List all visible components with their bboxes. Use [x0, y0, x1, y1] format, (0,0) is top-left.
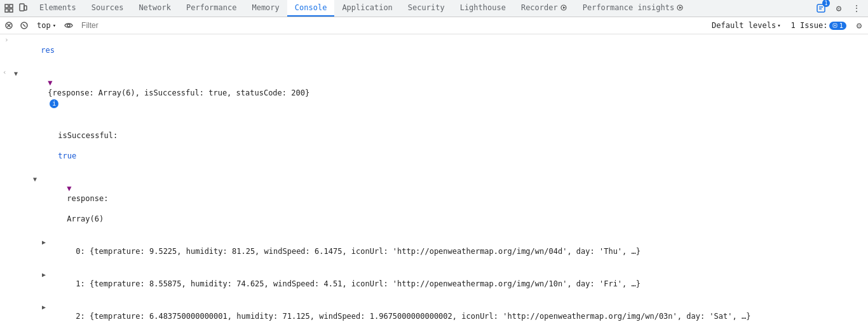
console-response: ▼ response: Array(6) — [39, 173, 865, 234]
chevron-down-icon: ▾ — [777, 22, 780, 29]
tab-elements[interactable]: Elements — [32, 0, 84, 17]
clear-console-icon[interactable] — [3, 19, 15, 32]
console-object-summary: ▼ {response: Array(6), isSuccessful: tru… — [20, 67, 865, 118]
tab-performance-insights[interactable]: Performance insights — [575, 0, 692, 17]
notification-icon[interactable]: 1 — [813, 1, 829, 16]
console-line-issuccessful: isSuccessful: true — [0, 120, 868, 172]
filter-input[interactable] — [78, 20, 705, 31]
settings-icon[interactable]: ⚙ — [831, 1, 846, 16]
notification-count-badge: 1 — [822, 0, 830, 7]
left-arrow: ‹ — [3, 67, 11, 78]
default-levels-selector[interactable]: Default levels ▾ — [708, 20, 785, 31]
svg-rect-2 — [5, 9, 8, 12]
tab-performance[interactable]: Performance — [179, 0, 244, 17]
tab-lighthouse[interactable]: Lighthouse — [452, 0, 513, 17]
console-toolbar: top ▾ Default levels ▾ 1 Issue: 1 ⚙ — [0, 17, 868, 34]
tab-application[interactable]: Application — [334, 0, 400, 17]
inspect-element-icon[interactable] — [3, 2, 15, 15]
console-line-content: res — [13, 35, 865, 66]
tab-sources[interactable]: Sources — [84, 0, 132, 17]
item0-expand-arrow[interactable] — [39, 237, 48, 248]
issues-button[interactable]: 1 Issue: 1 — [787, 20, 850, 31]
svg-point-18 — [67, 24, 70, 27]
console-settings-icon[interactable]: ⚙ — [853, 19, 865, 32]
item1-expand-arrow[interactable] — [39, 270, 48, 280]
device-toolbar-icon[interactable] — [17, 2, 29, 15]
console-issuccessful: isSuccessful: true — [31, 120, 865, 171]
response-expand-arrow[interactable] — [31, 174, 39, 185]
tabs-list: Elements Sources Network Performance Mem… — [32, 0, 810, 17]
console-item0: 0: {temprature: 9.5225, humidity: 81.25,… — [48, 236, 865, 267]
tab-console[interactable]: Console — [287, 0, 335, 17]
svg-rect-1 — [10, 4, 13, 8]
issues-count-badge: 1 — [829, 22, 846, 30]
info-badge[interactable]: i — [50, 99, 58, 108]
svg-rect-3 — [10, 9, 13, 12]
svg-line-17 — [23, 24, 25, 27]
tab-security[interactable]: Security — [400, 0, 452, 17]
console-line-object[interactable]: ‹ ▼ {response: Array(6), isSuccessful: t… — [0, 67, 868, 120]
console-item1: 1: {temprature: 8.55875, humidity: 74.62… — [48, 269, 865, 299]
more-options-icon[interactable]: ⋮ — [849, 1, 864, 16]
tab-recorder[interactable]: Recorder — [513, 0, 575, 17]
tab-memory[interactable]: Memory — [244, 0, 287, 17]
console-line-item0[interactable]: 0: {temprature: 9.5225, humidity: 81.25,… — [0, 235, 868, 268]
svg-rect-5 — [24, 6, 27, 10]
console-item2: 2: {temprature: 6.483750000000001, humid… — [48, 301, 865, 322]
svg-rect-4 — [20, 4, 24, 11]
item2-expand-arrow[interactable] — [39, 302, 48, 312]
context-selector[interactable]: top ▾ — [33, 20, 60, 31]
svg-marker-9 — [679, 6, 682, 9]
console-line-res: › res — [0, 34, 868, 67]
chevron-down-icon: ▾ — [53, 22, 56, 29]
eye-icon[interactable] — [62, 19, 75, 32]
tabs-right: 1 ⚙ ⋮ — [810, 1, 868, 16]
stop-icon[interactable] — [18, 19, 31, 32]
console-line-item2[interactable]: 2: {temprature: 6.483750000000001, humid… — [0, 300, 868, 322]
devtools-tab-bar: Elements Sources Network Performance Mem… — [0, 0, 868, 17]
tab-network[interactable]: Network — [131, 0, 179, 17]
console-line-response[interactable]: ▼ response: Array(6) — [0, 172, 868, 235]
svg-marker-7 — [563, 6, 566, 9]
console-line-item1[interactable]: 1: {temprature: 8.55875, humidity: 74.62… — [0, 268, 868, 300]
output-arrow: › — [4, 35, 13, 45]
console-area[interactable]: › res ‹ ▼ {response: Array(6), isSuccess… — [0, 34, 868, 322]
expand-arrow[interactable] — [11, 69, 20, 79]
tab-icons — [0, 2, 32, 15]
svg-rect-0 — [5, 4, 8, 8]
